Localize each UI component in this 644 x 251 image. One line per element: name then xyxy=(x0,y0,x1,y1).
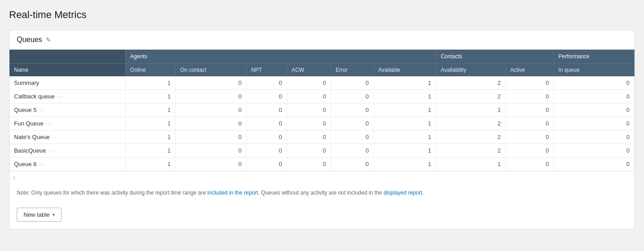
row-error: 0 xyxy=(331,158,374,171)
col-name: Name xyxy=(9,64,125,77)
row-online: 1 xyxy=(125,76,175,90)
row-availability: 2 xyxy=(436,144,506,158)
row-acw: 0 xyxy=(287,76,331,90)
row-availability: 2 xyxy=(436,130,506,144)
row-name: Summary xyxy=(14,79,39,86)
row-availability: 2 xyxy=(436,90,506,103)
row-on-contact: 0 xyxy=(175,90,246,103)
row-menu-dots[interactable]: ··· xyxy=(39,107,45,113)
row-online: 1 xyxy=(125,158,175,171)
row-menu-dots[interactable]: ··· xyxy=(39,161,45,167)
row-online: 1 xyxy=(125,103,175,117)
row-npt: 0 xyxy=(246,90,287,103)
col-error: Error xyxy=(331,64,374,77)
row-active: 0 xyxy=(506,103,554,117)
row-active: 0 xyxy=(506,130,554,144)
row-in-queue: 0 xyxy=(554,158,634,171)
edit-icon[interactable]: ✎ xyxy=(46,37,51,43)
row-menu-dots[interactable]: ··· xyxy=(52,134,58,140)
table-row: Summary100001200 xyxy=(9,76,635,90)
row-availability: 2 xyxy=(436,117,506,130)
row-active: 0 xyxy=(506,90,554,103)
row-name-cell: Fun Queue··· xyxy=(9,117,125,130)
row-name: Fun Queue xyxy=(14,120,43,127)
note-area: Note: Only queues for which there was ac… xyxy=(9,183,635,202)
row-availability: 1 xyxy=(436,103,506,117)
table-row: Queue 5···100001100 xyxy=(9,103,635,117)
row-npt: 0 xyxy=(246,158,287,171)
row-acw: 0 xyxy=(287,158,331,171)
row-in-queue: 0 xyxy=(554,90,634,103)
row-npt: 0 xyxy=(246,103,287,117)
group-contacts-header: Contacts xyxy=(436,50,554,64)
row-name: Callback queue xyxy=(14,93,55,100)
row-error: 0 xyxy=(331,117,374,130)
col-active: Active xyxy=(506,64,554,77)
row-available: 1 xyxy=(374,103,436,117)
note-link-displayed[interactable]: displayed report xyxy=(384,190,422,196)
group-header-row: Agents Contacts Performance xyxy=(9,50,635,64)
table-row: Nate's Queue···100001200 xyxy=(9,130,635,144)
row-active: 0 xyxy=(506,144,554,158)
row-active: 0 xyxy=(506,117,554,130)
card-header: Queues ✎ xyxy=(9,30,635,50)
col-available: Available xyxy=(374,64,436,77)
row-acw: 0 xyxy=(287,130,331,144)
row-active: 0 xyxy=(506,76,554,90)
row-on-contact: 0 xyxy=(175,158,246,171)
col-npt: NPT xyxy=(246,64,287,77)
row-available: 1 xyxy=(374,158,436,171)
scroll-hint: ‹ xyxy=(9,171,635,183)
table-row: Queue 6···100001100 xyxy=(9,158,635,171)
page-title: Real-time Metrics xyxy=(9,9,635,21)
new-table-button[interactable]: New table ▾ xyxy=(17,208,62,222)
row-availability: 2 xyxy=(436,76,506,90)
row-on-contact: 0 xyxy=(175,76,246,90)
col-in-queue: In queue xyxy=(554,64,634,77)
col-availability: Availability xyxy=(436,64,506,77)
metrics-card: Queues ✎ Agents Contacts Performance Nam… xyxy=(9,30,635,229)
row-npt: 0 xyxy=(246,76,287,90)
table-wrapper: Agents Contacts Performance Name Online … xyxy=(9,50,635,171)
row-error: 0 xyxy=(331,130,374,144)
caret-icon: ▾ xyxy=(52,212,55,217)
row-availability: 1 xyxy=(436,158,506,171)
row-on-contact: 0 xyxy=(175,130,246,144)
row-name-cell: Summary xyxy=(9,76,125,90)
row-online: 1 xyxy=(125,117,175,130)
row-on-contact: 0 xyxy=(175,144,246,158)
row-in-queue: 0 xyxy=(554,103,634,117)
row-menu-dots[interactable]: ··· xyxy=(49,148,55,154)
note-link-included[interactable]: included in the report xyxy=(208,190,258,196)
row-menu-dots[interactable]: ··· xyxy=(46,121,52,127)
note-text-before: Note: Only queues for which there was ac… xyxy=(17,190,208,196)
row-online: 1 xyxy=(125,144,175,158)
row-npt: 0 xyxy=(246,130,287,144)
table-row: BasicQueue···100001200 xyxy=(9,144,635,158)
new-table-label: New table xyxy=(24,211,50,218)
row-on-contact: 0 xyxy=(175,103,246,117)
row-menu-dots[interactable]: ··· xyxy=(57,93,63,100)
group-agents-header: Agents xyxy=(125,50,436,64)
row-acw: 0 xyxy=(287,90,331,103)
group-performance-header: Performance xyxy=(554,50,634,64)
row-error: 0 xyxy=(331,76,374,90)
row-error: 0 xyxy=(331,144,374,158)
row-name: Nate's Queue xyxy=(14,134,50,140)
row-npt: 0 xyxy=(246,117,287,130)
row-available: 1 xyxy=(374,90,436,103)
row-on-contact: 0 xyxy=(175,117,246,130)
row-name-cell: Callback queue··· xyxy=(9,90,125,103)
footer-area: New table ▾ xyxy=(9,202,635,229)
col-online: Online xyxy=(125,64,175,77)
row-name-cell: BasicQueue··· xyxy=(9,144,125,158)
group-name-header xyxy=(9,50,125,64)
row-online: 1 xyxy=(125,130,175,144)
row-in-queue: 0 xyxy=(554,130,634,144)
row-acw: 0 xyxy=(287,103,331,117)
col-header-row: Name Online On contact NPT ACW Error Ava… xyxy=(9,64,635,77)
row-error: 0 xyxy=(331,103,374,117)
table-row: Callback queue···100001200 xyxy=(9,90,635,103)
row-acw: 0 xyxy=(287,117,331,130)
row-name: BasicQueue xyxy=(14,147,46,154)
